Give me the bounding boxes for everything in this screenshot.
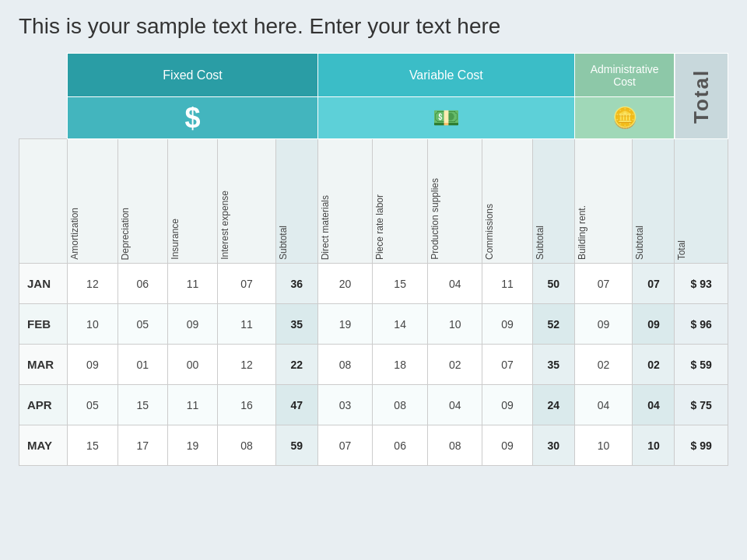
fixed-data-cell: 09 — [68, 345, 117, 385]
col-depreciation: Depreciation — [117, 139, 167, 264]
fixed-data-cell: 00 — [167, 345, 217, 385]
page-title: This is your sample text here. Enter you… — [19, 14, 500, 39]
icon-header-row: $ 💵 🪙 — [19, 97, 728, 139]
fixed-data-cell: 11 — [167, 264, 217, 304]
variable-data-cell: 04 — [427, 264, 482, 304]
row-month-label: MAR — [19, 345, 68, 385]
fixed-subtotal-cell: 59 — [275, 425, 317, 466]
col-amortization: Amortization — [68, 139, 117, 264]
admin-data-cell: 07 — [574, 264, 633, 304]
admin-cost-icon: 🪙 — [574, 97, 675, 139]
variable-data-cell: 14 — [373, 304, 428, 345]
fixed-data-cell: 05 — [68, 385, 117, 425]
variable-data-cell: 09 — [482, 304, 532, 345]
variable-data-cell: 19 — [317, 304, 373, 345]
variable-subtotal-cell: 30 — [532, 425, 574, 466]
variable-subtotal-cell: 24 — [532, 385, 574, 425]
fixed-data-cell: 15 — [68, 425, 117, 466]
fixed-data-cell: 05 — [117, 304, 167, 345]
cost-table: Fixed Cost Variable Cost Administrative … — [19, 53, 728, 466]
variable-data-cell: 08 — [427, 425, 482, 466]
col-building-rent: Building rent. — [574, 139, 633, 264]
variable-subtotal-cell: 50 — [532, 264, 574, 304]
table-row: MAR090100122208180207350202$ 59 — [19, 345, 728, 385]
fixed-cost-icon: $ — [68, 97, 318, 139]
variable-data-cell: 06 — [373, 425, 428, 466]
fixed-data-cell: 11 — [218, 304, 276, 345]
admin-data-cell: 04 — [574, 385, 633, 425]
fixed-data-cell: 10 — [68, 304, 117, 345]
row-month-label: FEB — [19, 304, 68, 345]
fixed-data-cell: 08 — [218, 425, 276, 466]
variable-cost-icon: 💵 — [317, 97, 574, 139]
category-header-row: Fixed Cost Variable Cost Administrative … — [19, 54, 728, 97]
variable-data-cell: 15 — [373, 264, 428, 304]
variable-data-cell: 08 — [373, 385, 428, 425]
fixed-cost-header: Fixed Cost — [68, 54, 318, 97]
variable-subtotal-cell: 52 — [532, 304, 574, 345]
variable-data-cell: 20 — [317, 264, 373, 304]
fixed-data-cell: 06 — [117, 264, 167, 304]
variable-data-cell: 02 — [427, 345, 482, 385]
col-direct-materials: Direct materials — [317, 139, 373, 264]
fixed-data-cell: 12 — [218, 345, 276, 385]
column-header-row: Amortization Depreciation Insurance Inte… — [19, 139, 728, 264]
col-commissions: Commissions — [482, 139, 532, 264]
admin-subtotal-cell: 04 — [633, 385, 675, 425]
admin-subtotal-cell: 10 — [633, 425, 675, 466]
variable-data-cell: 08 — [317, 345, 373, 385]
variable-subtotal-cell: 35 — [532, 345, 574, 385]
col-interest-expense: Interest expense — [218, 139, 276, 264]
table-row: MAY151719085907060809301010$ 99 — [19, 425, 728, 466]
admin-subtotal-cell: 02 — [633, 345, 675, 385]
total-cell: $ 93 — [675, 264, 728, 304]
col-fixed-subtotal: Subtotal — [275, 139, 317, 264]
fixed-data-cell: 15 — [117, 385, 167, 425]
row-month-label: MAY — [19, 425, 68, 466]
fixed-subtotal-cell: 36 — [275, 264, 317, 304]
col-admin-subtotal: Subtotal — [633, 139, 675, 264]
col-insurance: Insurance — [167, 139, 217, 264]
variable-data-cell: 11 — [482, 264, 532, 304]
variable-data-cell: 09 — [482, 425, 532, 466]
variable-data-cell: 07 — [482, 345, 532, 385]
total-cell: $ 75 — [675, 385, 728, 425]
total-cell: $ 99 — [675, 425, 728, 466]
variable-data-cell: 18 — [373, 345, 428, 385]
fixed-data-cell: 19 — [167, 425, 217, 466]
col-production-supplies: Production supplies — [427, 139, 482, 264]
fixed-data-cell: 11 — [167, 385, 217, 425]
admin-data-cell: 02 — [574, 345, 633, 385]
row-label-spacer — [19, 139, 68, 264]
fixed-subtotal-cell: 35 — [275, 304, 317, 345]
fixed-data-cell: 17 — [117, 425, 167, 466]
fixed-data-cell: 01 — [117, 345, 167, 385]
admin-subtotal-cell: 09 — [633, 304, 675, 345]
col-piece-rate-labor: Piece rate labor — [373, 139, 428, 264]
fixed-data-cell: 16 — [218, 385, 276, 425]
admin-cost-header: Administrative Cost — [574, 54, 675, 97]
row-month-label: APR — [19, 385, 68, 425]
table-row: APR051511164703080409240404$ 75 — [19, 385, 728, 425]
table-row: JAN120611073620150411500707$ 93 — [19, 264, 728, 304]
variable-data-cell: 10 — [427, 304, 482, 345]
variable-data-cell: 03 — [317, 385, 373, 425]
fixed-subtotal-cell: 22 — [275, 345, 317, 385]
col-total-head: Total — [675, 139, 728, 264]
variable-data-cell: 07 — [317, 425, 373, 466]
total-cell: $ 96 — [675, 304, 728, 345]
admin-data-cell: 09 — [574, 304, 633, 345]
total-header: Total — [675, 54, 728, 139]
table-row: FEB100509113519141009520909$ 96 — [19, 304, 728, 345]
col-variable-subtotal: Subtotal — [532, 139, 574, 264]
variable-data-cell: 09 — [482, 385, 532, 425]
admin-data-cell: 10 — [574, 425, 633, 466]
row-month-label: JAN — [19, 264, 68, 304]
fixed-data-cell: 09 — [167, 304, 217, 345]
total-cell: $ 59 — [675, 345, 728, 385]
variable-data-cell: 04 — [427, 385, 482, 425]
fixed-data-cell: 12 — [68, 264, 117, 304]
admin-subtotal-cell: 07 — [633, 264, 675, 304]
fixed-data-cell: 07 — [218, 264, 276, 304]
fixed-subtotal-cell: 47 — [275, 385, 317, 425]
